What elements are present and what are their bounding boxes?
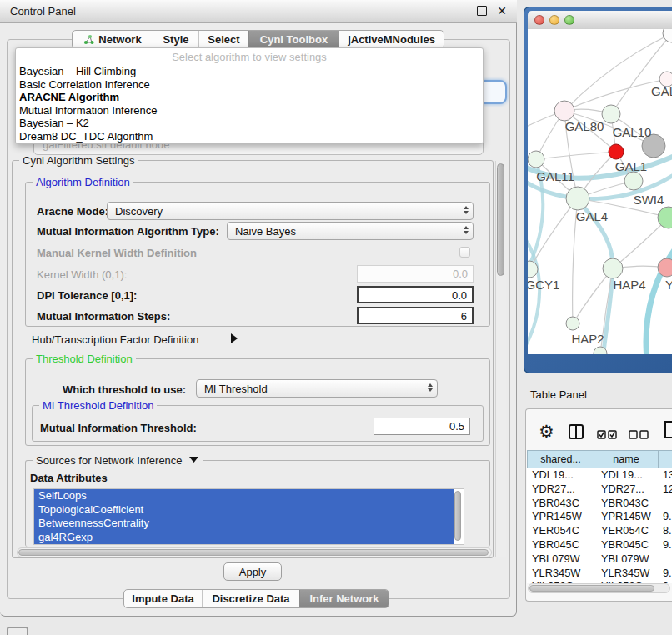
node-gal80[interactable]	[554, 101, 574, 121]
tab-cyni-toolbox[interactable]: Cyni Toolbox	[248, 31, 339, 48]
table-row[interactable]: YLR345WYLR345W9.	[527, 567, 672, 581]
dpi-tolerance-field[interactable]: 0.0	[357, 286, 474, 303]
network-canvas[interactable]: GAL80 GAL10 GAL1 GAL11 SWI4 GAL4 GCY1 HA…	[528, 29, 672, 354]
mi-steps-field[interactable]: 6	[357, 307, 474, 324]
dropdown-item[interactable]: Bayesian – K2	[16, 117, 483, 130]
table-row[interactable]: YDR27...YDR27...12	[527, 482, 672, 497]
attribute-item-selected[interactable]: gal4RGexp	[34, 531, 454, 545]
expander-collapsed-icon[interactable]	[230, 332, 238, 348]
dropdown-item-selected[interactable]: ARACNE Algorithm	[16, 91, 483, 104]
column-header-shared-name[interactable]: shared...	[527, 450, 594, 468]
attribute-item-selected[interactable]: SelfLoops	[34, 489, 454, 503]
table-hscrollbar[interactable]	[528, 583, 670, 593]
mi-steps-label: Mutual Information Steps:	[37, 310, 170, 322]
node-label-gcy1: GCY1	[528, 278, 559, 292]
tab-discretize-data[interactable]: Discretize Data	[202, 590, 299, 608]
attribute-item-selected[interactable]: BetweennessCentrality	[34, 517, 454, 531]
node-hap4[interactable]	[603, 258, 623, 278]
table-header-row: shared... name	[527, 450, 672, 468]
tab-impute-data[interactable]: Impute Data	[124, 590, 202, 608]
minimize-traffic-light[interactable]	[549, 15, 559, 25]
data-attributes-list: SelfLoops TopologicalCoefficient Between…	[33, 488, 464, 545]
dropdown-item[interactable]: Dream8 DC_TDC Algorithm	[16, 130, 483, 143]
apply-button[interactable]: Apply	[223, 562, 282, 581]
attributes-scrollbar-thumb[interactable]	[454, 491, 461, 541]
combo-stepper-icon	[424, 382, 437, 395]
close-icon[interactable]: ✕	[497, 7, 507, 15]
gear-icon[interactable]: ⚙	[539, 422, 554, 442]
settings-hscrollbar[interactable]	[17, 548, 492, 558]
network-graph	[528, 29, 672, 354]
node-label-gal11: GAL11	[536, 169, 574, 183]
attribute-item-selected[interactable]: TopologicalCoefficient	[34, 503, 454, 518]
table-hscrollbar-thumb[interactable]	[529, 585, 654, 592]
columns-icon[interactable]	[569, 424, 584, 442]
node-green-right[interactable]	[658, 207, 672, 228]
hub-factor-expander[interactable]: Hub/Transcription Factor Definition	[32, 333, 198, 346]
node-salmon-y[interactable]	[658, 258, 672, 277]
algorithm-dropdown-placeholder: Select algorithm to view settings	[16, 48, 483, 65]
dropdown-item[interactable]: Mutual Information Inference	[16, 104, 483, 118]
node-hap2[interactable]	[566, 317, 579, 330]
zoom-traffic-light[interactable]	[564, 15, 574, 25]
node-label-swi4: SWI4	[634, 192, 664, 207]
tab-select[interactable]: Select	[198, 31, 248, 48]
settings-hscrollbar-thumb[interactable]	[18, 549, 489, 556]
control-panel-tabs: Network Style Select Cyni Toolbox jActiv…	[72, 30, 444, 49]
mi-threshold-field[interactable]: 0.5	[374, 418, 470, 435]
mi-threshold-definition-title: MI Threshold Definition	[39, 399, 157, 412]
table-row[interactable]: YBR043CYBR043C	[527, 497, 672, 511]
node-gal1[interactable]	[609, 144, 624, 159]
column-header-partial[interactable]	[659, 450, 672, 468]
select-all-checkboxes-icon[interactable]	[597, 428, 618, 442]
close-traffic-light[interactable]	[534, 15, 544, 25]
dropdown-item[interactable]: Bayesian – Hill Climbing	[16, 65, 483, 78]
settings-scrollbar-thumb[interactable]	[497, 163, 504, 276]
kernel-width-field[interactable]: 0.0	[357, 265, 474, 282]
cyni-bottom-tabs: Impute Data Discretize Data Infer Networ…	[123, 589, 389, 608]
table-panel-title: Table Panel	[530, 388, 587, 401]
node-label-hap4: HAP4	[613, 278, 645, 292]
node-swi4[interactable]	[624, 172, 643, 190]
node-gal4[interactable]	[566, 187, 589, 210]
deselect-all-checkboxes-icon[interactable]	[629, 428, 649, 442]
tab-infer-network[interactable]: Infer Network	[299, 590, 389, 608]
node-gal10[interactable]	[602, 105, 620, 123]
which-threshold-combobox[interactable]: MI Threshold	[196, 379, 438, 398]
node-label-y-partial: Y	[665, 278, 672, 292]
tab-style[interactable]: Style	[153, 31, 198, 48]
control-panel-title: Control Panel	[10, 5, 477, 18]
manual-kernel-width-checkbox[interactable]	[459, 247, 470, 258]
attributes-scrollbar[interactable]	[454, 490, 463, 543]
float-window-icon[interactable]	[477, 6, 487, 16]
settings-scrollbar[interactable]	[495, 161, 506, 558]
document-icon[interactable]	[664, 421, 672, 442]
data-attributes-label: Data Attributes	[30, 472, 108, 484]
node-top-partial[interactable]	[663, 29, 672, 42]
aracne-mode-label: Aracne Mode:	[37, 205, 108, 218]
table-row[interactable]: YDL19...YDL19...13	[527, 468, 672, 482]
dropdown-item[interactable]: Basic Correlation Inference	[16, 78, 483, 92]
network-window-titlebar[interactable]	[528, 11, 672, 30]
node-label-gal1: GAL1	[615, 159, 647, 173]
node-label-gal-partial: GAL	[651, 84, 672, 98]
which-threshold-label: Which threshold to use:	[63, 383, 186, 396]
table-row[interactable]: YPR145WYPR145W9.	[527, 510, 672, 524]
mi-threshold-label: Mutual Information Threshold:	[40, 422, 197, 434]
dpi-tolerance-label: DPI Tolerance [0,1]:	[37, 289, 137, 302]
expander-expanded-icon[interactable]	[188, 456, 199, 463]
collapsed-panel-icon[interactable]	[7, 627, 28, 635]
table-row[interactable]: YER054CYER054C8.	[527, 524, 672, 538]
node-gal11[interactable]	[528, 151, 544, 168]
tab-network[interactable]: Network	[73, 31, 153, 48]
table-row[interactable]: YBR045CYBR045C9.	[527, 538, 672, 552]
node-label-gal10: GAL10	[613, 125, 652, 139]
column-header-name[interactable]: name	[594, 450, 659, 468]
mi-algorithm-type-combobox[interactable]: Naive Bayes	[227, 222, 474, 240]
tab-jactivemnodules[interactable]: jActiveMNodules	[339, 31, 444, 48]
table-row[interactable]: YBL079WYBL079W	[527, 552, 672, 567]
mi-algorithm-type-label: Mutual Information Algorithm Type:	[37, 225, 219, 238]
kernel-width-label: Kernel Width (0,1):	[37, 268, 127, 281]
aracne-mode-combobox[interactable]: Discovery	[107, 202, 474, 220]
threshold-definition-title: Threshold Definition	[33, 352, 136, 365]
